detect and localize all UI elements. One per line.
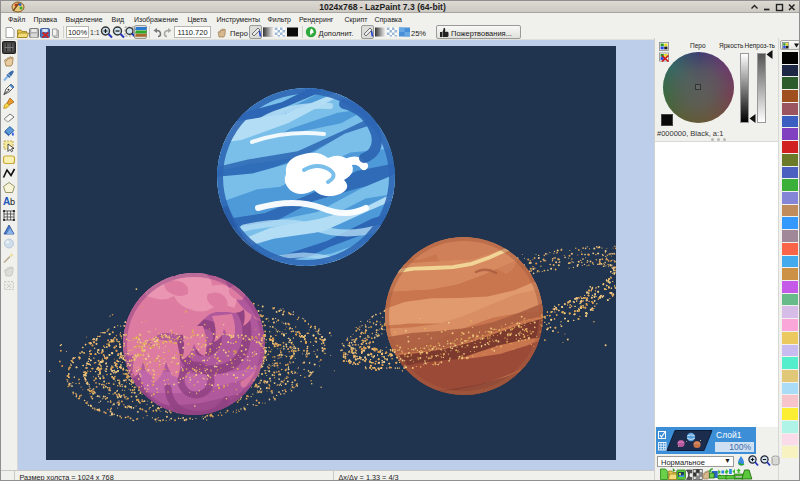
svg-text:b: b xyxy=(10,197,15,207)
